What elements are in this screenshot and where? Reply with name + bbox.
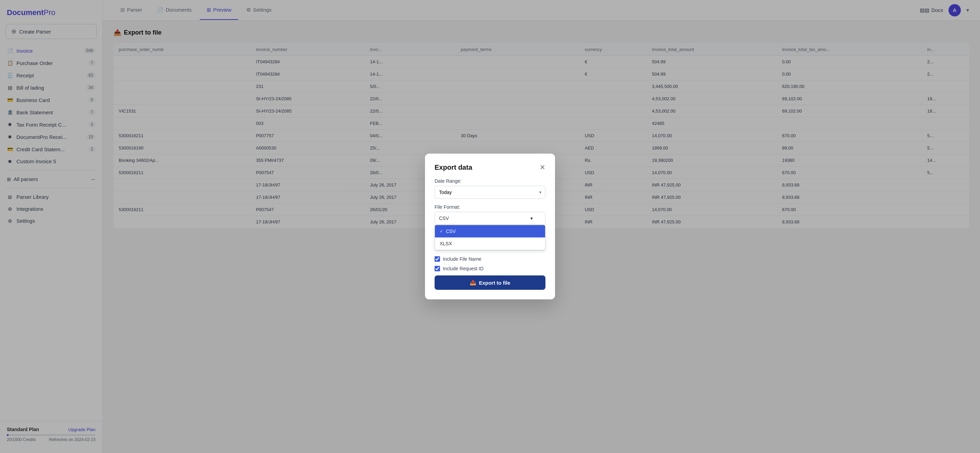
export-to-file-button[interactable]: 📤 Export to file xyxy=(434,275,546,290)
file-format-trigger[interactable]: CSV ▾ xyxy=(434,212,546,225)
date-range-label: Date Range: xyxy=(434,178,546,184)
include-file-name-row: Include File Name xyxy=(434,256,546,262)
modal-title: Export data xyxy=(434,164,472,172)
file-format-selected-value: CSV xyxy=(439,216,449,221)
file-format-arrow-icon: ▾ xyxy=(530,216,533,221)
file-format-menu: ✓ CSV XLSX xyxy=(434,225,546,250)
date-range-field: Date Range: Today This Week This Month A… xyxy=(434,178,546,199)
date-range-select[interactable]: Today This Week This Month All Time xyxy=(434,186,546,199)
date-range-select-wrapper: Today This Week This Month All Time ▾ xyxy=(434,186,546,199)
include-request-id-label: Include Request ID xyxy=(443,266,484,271)
csv-label: CSV xyxy=(446,229,456,234)
export-modal: Export data ✕ Date Range: Today This Wee… xyxy=(425,154,555,299)
file-format-option-xlsx[interactable]: XLSX xyxy=(435,237,545,250)
xlsx-label: XLSX xyxy=(440,241,452,246)
file-format-field: File Format: CSV ▾ ✓ CSV XLSX xyxy=(434,204,546,225)
include-file-name-checkbox[interactable] xyxy=(434,256,440,262)
modal-overlay[interactable]: Export data ✕ Date Range: Today This Wee… xyxy=(0,0,980,453)
modal-close-button[interactable]: ✕ xyxy=(539,163,546,172)
file-format-option-csv[interactable]: ✓ CSV xyxy=(435,225,545,237)
include-request-id-checkbox[interactable] xyxy=(434,266,440,271)
csv-checkmark-icon: ✓ xyxy=(440,229,443,234)
file-format-dropdown[interactable]: CSV ▾ ✓ CSV XLSX xyxy=(434,212,546,225)
file-format-label: File Format: xyxy=(434,204,546,210)
export-btn-icon: 📤 xyxy=(470,280,476,286)
include-request-id-row: Include Request ID xyxy=(434,266,546,271)
include-file-name-label: Include File Name xyxy=(443,256,482,262)
export-btn-label: Export to file xyxy=(479,280,511,286)
modal-header: Export data ✕ xyxy=(434,163,546,172)
